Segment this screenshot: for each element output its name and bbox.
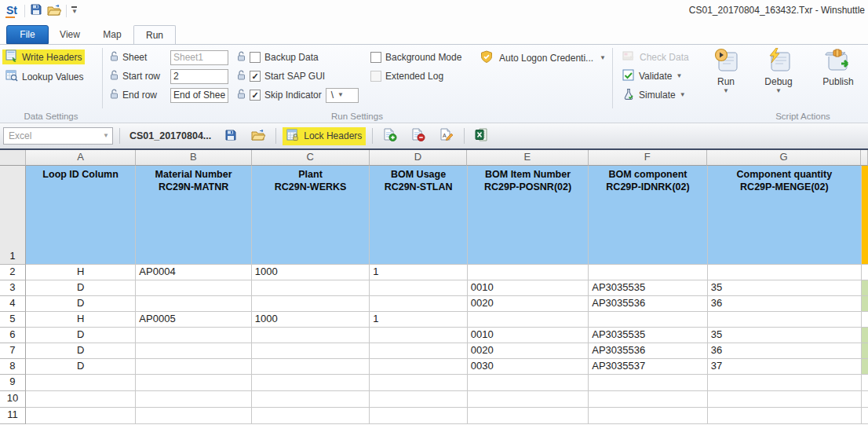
cell[interactable]	[136, 296, 251, 312]
data-source-select[interactable]: Excel ▼	[3, 127, 113, 145]
cell[interactable]: D	[26, 343, 136, 359]
cell[interactable]: 0030	[468, 359, 589, 375]
customize-qat-dropdown-icon[interactable]: ▼	[71, 6, 78, 15]
row-number[interactable]: 11	[0, 408, 26, 424]
add-document-icon[interactable]	[379, 126, 401, 145]
row-number[interactable]: 4	[0, 296, 26, 312]
lock-icon[interactable]	[237, 70, 246, 82]
cell[interactable]: 0020	[468, 296, 589, 312]
lock-icon[interactable]	[237, 51, 246, 64]
row-number[interactable]: 10	[0, 391, 26, 408]
sheet-input[interactable]	[170, 50, 228, 65]
cell[interactable]	[370, 296, 468, 312]
cell[interactable]	[708, 391, 862, 408]
excel-icon[interactable]	[471, 126, 493, 145]
header-cell-g[interactable]: Component quantityRC29P-MENGE(02)	[708, 166, 862, 265]
save-data-icon[interactable]	[221, 127, 241, 145]
cell[interactable]: 1	[370, 265, 468, 280]
background-mode-checkbox[interactable]	[370, 52, 381, 63]
cell[interactable]: D	[26, 280, 136, 296]
check-data-button[interactable]: Check Data	[622, 49, 689, 65]
cell[interactable]	[252, 375, 370, 391]
lock-icon[interactable]	[110, 70, 119, 82]
publish-button[interactable]: Publish	[813, 48, 863, 87]
cell[interactable]	[252, 328, 370, 343]
cell[interactable]	[708, 265, 862, 280]
cell[interactable]	[136, 408, 251, 424]
header-cell-f[interactable]: BOM componentRC29P-IDNRK(02)	[589, 166, 707, 265]
header-cell-a[interactable]: Loop ID Column	[26, 166, 136, 265]
cell[interactable]: AP3035535	[589, 280, 707, 296]
lock-icon[interactable]	[237, 89, 246, 101]
cell[interactable]	[468, 312, 589, 328]
cell[interactable]: 0010	[468, 328, 589, 343]
cell[interactable]	[136, 375, 251, 391]
cell[interactable]: 37	[708, 359, 862, 375]
cell[interactable]	[589, 375, 707, 391]
cell[interactable]	[708, 312, 862, 328]
cell[interactable]: AP0005	[136, 312, 251, 328]
row-number[interactable]: 6	[0, 328, 26, 343]
save-icon[interactable]	[30, 3, 42, 18]
cell[interactable]	[252, 391, 370, 408]
auto-logon-button[interactable]: Auto Logon Credenti... ▼	[480, 50, 606, 66]
lock-headers-button[interactable]: Lock Headers	[283, 127, 366, 145]
remove-document-icon[interactable]	[407, 126, 429, 145]
cell[interactable]	[370, 280, 468, 296]
cell[interactable]: 1000	[252, 265, 370, 280]
cell[interactable]: 36	[708, 343, 862, 359]
cell[interactable]	[252, 280, 370, 296]
cell[interactable]	[370, 343, 468, 359]
column-header-g[interactable]: G	[707, 150, 861, 166]
cell[interactable]	[370, 328, 468, 343]
edit-document-icon[interactable]: A	[436, 126, 458, 145]
header-cell-b[interactable]: Material NumberRC29N-MATNR	[136, 166, 251, 265]
row-number[interactable]: 5	[0, 312, 26, 328]
cell[interactable]: AP0004	[136, 265, 251, 280]
cell[interactable]: 1000	[252, 312, 370, 328]
cell[interactable]: 1	[370, 312, 468, 328]
row-number[interactable]: 9	[0, 375, 26, 391]
header-cell-c[interactable]: PlantRC29N-WERKS	[252, 166, 370, 265]
open-data-icon[interactable]	[247, 127, 269, 145]
header-cell-d[interactable]: BOM UsageRC29N-STLAN	[370, 166, 468, 265]
write-headers-button[interactable]: Write Headers	[2, 49, 85, 64]
column-header-c[interactable]: C	[252, 150, 370, 166]
cell[interactable]	[589, 391, 707, 408]
start-row-input[interactable]	[170, 69, 228, 84]
cell[interactable]	[136, 343, 251, 359]
column-header-f[interactable]: F	[589, 150, 707, 166]
cell[interactable]	[26, 375, 136, 391]
row-number[interactable]: 7	[0, 343, 26, 359]
cell[interactable]	[589, 408, 707, 424]
run-button[interactable]: Run ▼	[705, 48, 747, 94]
cell[interactable]: 0010	[468, 280, 589, 296]
cell[interactable]	[370, 408, 468, 424]
cell[interactable]: H	[26, 312, 136, 328]
cell[interactable]: D	[26, 359, 136, 375]
cell[interactable]: AP3035536	[589, 343, 707, 359]
skip-indicator-select[interactable]: \ ▼	[326, 88, 359, 103]
select-all-corner[interactable]	[0, 150, 26, 166]
cell[interactable]	[468, 375, 589, 391]
cell[interactable]	[136, 280, 251, 296]
extended-log-checkbox[interactable]	[370, 71, 381, 82]
tab-file[interactable]: File	[6, 25, 49, 44]
start-sap-gui-checkbox[interactable]: ✓	[250, 71, 261, 82]
column-header-a[interactable]: A	[26, 150, 136, 166]
cell[interactable]	[468, 408, 589, 424]
cell[interactable]	[26, 408, 136, 424]
tab-map[interactable]: Map	[91, 25, 133, 44]
cell[interactable]: 36	[708, 296, 862, 312]
cell[interactable]	[370, 359, 468, 375]
cell[interactable]	[252, 408, 370, 424]
cell[interactable]	[589, 265, 707, 280]
open-icon[interactable]	[47, 4, 61, 18]
cell[interactable]: AP3035535	[589, 328, 707, 343]
cell[interactable]	[252, 359, 370, 375]
end-row-input[interactable]	[170, 88, 228, 103]
cell[interactable]	[252, 343, 370, 359]
cell[interactable]: H	[26, 265, 136, 280]
validate-button[interactable]: Validate ▼	[622, 68, 682, 84]
column-header-d[interactable]: D	[370, 150, 467, 166]
